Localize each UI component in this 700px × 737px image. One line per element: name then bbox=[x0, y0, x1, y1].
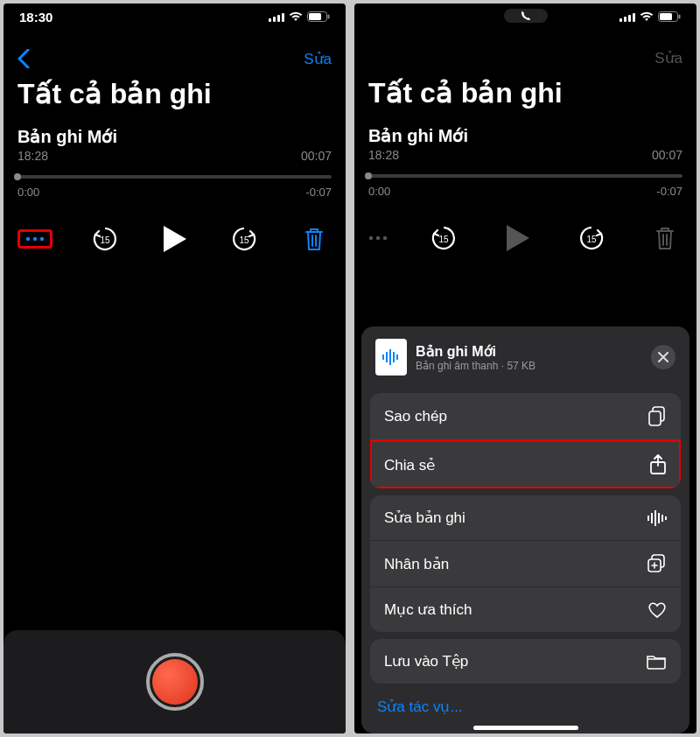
svg-rect-0 bbox=[269, 18, 271, 22]
sheet-item-copy[interactable]: Sao chép bbox=[370, 393, 681, 440]
skip-back-15-button[interactable]: 15 bbox=[88, 221, 122, 256]
status-time: 18:30 bbox=[19, 10, 52, 25]
status-right bbox=[620, 11, 681, 22]
page-title: Tất cả bản ghi bbox=[4, 74, 346, 121]
svg-point-9 bbox=[40, 237, 44, 241]
page-title: Tất cả bản ghi bbox=[354, 73, 696, 120]
svg-rect-26 bbox=[389, 349, 391, 365]
scrub-start: 0:00 bbox=[18, 186, 39, 199]
heart-icon bbox=[648, 601, 667, 619]
trash-icon bbox=[654, 226, 676, 250]
svg-rect-2 bbox=[277, 15, 280, 22]
scrubber bbox=[354, 172, 696, 179]
sheet-edit-actions-link[interactable]: Sửa tác vụ... bbox=[377, 698, 463, 715]
recording-duration: 00:07 bbox=[301, 149, 332, 163]
share-icon bbox=[649, 454, 667, 475]
svg-rect-30 bbox=[649, 411, 661, 425]
edit-button[interactable]: Sửa bbox=[304, 50, 332, 68]
phone-left: 18:30 Sửa Tất cả bản ghi Bản ghi Mới 18:… bbox=[4, 4, 346, 733]
delete-button bbox=[648, 221, 682, 256]
svg-text:15: 15 bbox=[240, 235, 250, 245]
call-pill[interactable] bbox=[504, 9, 548, 23]
folder-icon bbox=[646, 654, 667, 670]
svg-point-20 bbox=[376, 236, 380, 240]
recording-title: Bản ghi Mới bbox=[354, 120, 696, 146]
svg-rect-6 bbox=[328, 15, 330, 19]
wifi-icon bbox=[640, 11, 654, 22]
record-button[interactable] bbox=[146, 653, 204, 711]
sheet-item-favorite[interactable]: Mục ưa thích bbox=[370, 586, 681, 632]
phone-icon bbox=[521, 11, 531, 21]
skip-forward-15-button: 15 bbox=[574, 221, 609, 256]
status-right bbox=[269, 11, 330, 22]
play-icon bbox=[162, 224, 188, 254]
more-button[interactable] bbox=[18, 229, 52, 249]
svg-rect-18 bbox=[679, 15, 681, 19]
skip-forward-15-icon: 15 bbox=[578, 224, 606, 252]
svg-rect-28 bbox=[396, 354, 398, 360]
ellipsis-icon bbox=[25, 235, 45, 242]
more-button bbox=[368, 235, 388, 242]
svg-text:15: 15 bbox=[439, 235, 450, 244]
svg-rect-5 bbox=[309, 13, 321, 20]
record-bar bbox=[4, 630, 346, 733]
svg-rect-15 bbox=[633, 13, 635, 22]
svg-point-19 bbox=[369, 236, 373, 240]
recording-title: Bản ghi Mới bbox=[4, 121, 346, 147]
scrub-end: -0:07 bbox=[305, 186, 332, 199]
svg-rect-32 bbox=[648, 516, 649, 521]
sheet-item-label: Mục ưa thích bbox=[384, 600, 472, 619]
chevron-left-icon bbox=[18, 49, 30, 68]
sheet-file-sub: Bản ghi âm thanh · 57 KB bbox=[416, 360, 536, 372]
sheet-item-label: Sửa bản ghi bbox=[384, 509, 466, 527]
close-icon bbox=[658, 352, 668, 362]
play-button bbox=[500, 221, 536, 256]
skip-back-15-icon: 15 bbox=[91, 225, 119, 253]
duplicate-icon bbox=[648, 554, 667, 573]
status-bar bbox=[354, 4, 696, 26]
copy-icon bbox=[648, 406, 667, 427]
sheet-item-duplicate[interactable]: Nhân bản bbox=[370, 540, 681, 586]
scrub-start: 0:00 bbox=[368, 185, 390, 198]
skip-forward-15-icon: 15 bbox=[230, 225, 258, 253]
svg-point-7 bbox=[26, 237, 30, 241]
battery-icon bbox=[307, 11, 330, 22]
svg-text:15: 15 bbox=[586, 235, 597, 244]
svg-rect-33 bbox=[651, 513, 653, 523]
svg-point-21 bbox=[383, 236, 387, 240]
svg-rect-14 bbox=[628, 15, 631, 22]
svg-rect-24 bbox=[382, 354, 384, 360]
sheet-item-label: Chia sẻ bbox=[384, 456, 435, 474]
back-button[interactable] bbox=[18, 49, 30, 68]
sheet-item-save-to-files[interactable]: Lưu vào Tệp bbox=[370, 639, 681, 684]
status-bar: 18:30 bbox=[4, 4, 346, 26]
scrubber[interactable] bbox=[4, 173, 346, 180]
svg-rect-25 bbox=[386, 352, 388, 362]
svg-rect-1 bbox=[273, 17, 276, 22]
sheet-item-label: Lưu vào Tệp bbox=[384, 652, 468, 670]
svg-rect-27 bbox=[393, 352, 395, 362]
sheet-close-button[interactable] bbox=[651, 345, 676, 369]
recording-duration: 00:07 bbox=[652, 148, 682, 162]
waveform-icon bbox=[648, 510, 667, 526]
edit-button: Sửa bbox=[654, 49, 682, 67]
svg-rect-34 bbox=[654, 510, 656, 526]
scrub-end: -0:07 bbox=[656, 185, 682, 198]
file-audio-icon bbox=[375, 339, 407, 376]
battery-icon bbox=[658, 11, 681, 22]
delete-button[interactable] bbox=[297, 221, 332, 256]
svg-rect-17 bbox=[660, 13, 672, 20]
sheet-item-share[interactable]: Chia sẻ bbox=[370, 440, 681, 488]
sheet-item-label: Sao chép bbox=[384, 408, 447, 425]
svg-rect-12 bbox=[620, 18, 622, 22]
home-indicator bbox=[473, 726, 578, 730]
skip-forward-15-button[interactable]: 15 bbox=[227, 221, 262, 256]
signal-icon bbox=[620, 12, 635, 22]
sheet-file-name: Bản ghi Mới bbox=[416, 343, 536, 360]
svg-rect-36 bbox=[662, 515, 663, 522]
play-icon bbox=[505, 223, 531, 253]
play-button[interactable] bbox=[158, 221, 192, 256]
recording-time: 18:28 bbox=[18, 149, 48, 163]
svg-point-8 bbox=[33, 237, 37, 241]
sheet-item-edit-recording[interactable]: Sửa bản ghi bbox=[370, 495, 681, 540]
